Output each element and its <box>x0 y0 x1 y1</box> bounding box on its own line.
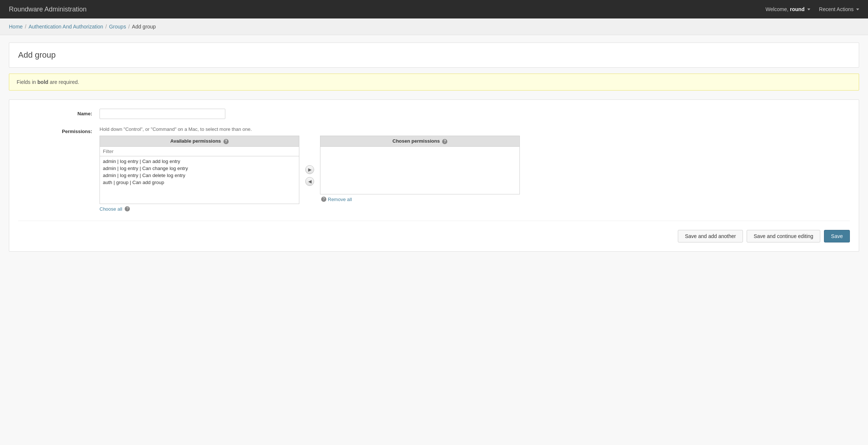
user-dropdown-icon <box>807 9 810 10</box>
remove-all-button[interactable]: ? Remove all <box>320 197 352 202</box>
info-prefix: Fields in <box>17 79 37 85</box>
remove-all-label: Remove all <box>328 197 352 202</box>
permissions-field: Hold down "Control", or "Command" on a M… <box>100 126 850 212</box>
username: round <box>790 6 805 12</box>
breadcrumb-auth[interactable]: Authentication And Authorization <box>28 24 103 30</box>
permissions-row: Permissions: Hold down "Control", or "Co… <box>18 126 850 212</box>
breadcrumb-sep-1: / <box>25 24 26 30</box>
available-permissions-box: Available permissions ? admin | log entr… <box>100 136 299 212</box>
chosen-help-icon[interactable]: ? <box>442 139 447 144</box>
save-continue-button[interactable]: Save and continue editing <box>747 230 820 242</box>
info-bold: bold <box>37 79 48 85</box>
breadcrumb-groups[interactable]: Groups <box>109 24 126 30</box>
available-permissions-header: Available permissions ? <box>100 136 299 146</box>
chosen-permissions-header: Chosen permissions ? <box>320 136 520 146</box>
bottom-actions: Save and add another Save and continue e… <box>18 221 850 242</box>
available-help-icon[interactable]: ? <box>223 139 229 144</box>
move-left-button[interactable]: ◀ <box>305 177 314 186</box>
recent-actions-menu[interactable]: Recent Actions <box>819 6 859 12</box>
recent-actions-label: Recent Actions <box>819 6 854 12</box>
available-permissions-list[interactable]: admin | log entry | Can add log entryadm… <box>100 156 299 204</box>
choose-all-button[interactable]: Choose all ? <box>100 206 130 212</box>
app-title: Roundware Administration <box>9 6 87 13</box>
remove-all-help-icon[interactable]: ? <box>321 197 326 202</box>
permissions-hint: Hold down "Control", or "Command" on a M… <box>100 126 850 132</box>
chosen-permissions-list[interactable] <box>320 146 520 194</box>
permissions-label: Permissions: <box>18 126 100 134</box>
list-item[interactable]: auth | group | Can add group <box>101 179 297 186</box>
available-header-text: Available permissions <box>170 138 221 144</box>
choose-all-help-icon[interactable]: ? <box>125 206 130 211</box>
list-item[interactable]: admin | log entry | Can change log entry <box>101 165 297 172</box>
breadcrumb-home[interactable]: Home <box>9 24 23 30</box>
user-prefix: Welcome, <box>766 6 788 12</box>
form-area: Name: Permissions: Hold down "Control", … <box>9 99 859 252</box>
breadcrumb-sep-3: / <box>128 24 130 30</box>
required-fields-info: Fields in bold are required. <box>9 74 859 91</box>
name-row: Name: <box>18 109 850 119</box>
permissions-filter-input[interactable] <box>100 146 299 156</box>
chosen-permissions-box: Chosen permissions ? ? Remove all <box>320 136 520 202</box>
main-content: Add group Fields in bold are required. N… <box>0 35 868 259</box>
list-item[interactable]: admin | log entry | Can add log entry <box>101 158 297 165</box>
chosen-header-text: Chosen permissions <box>393 138 440 144</box>
move-right-button[interactable]: ▶ <box>305 165 314 174</box>
recent-actions-dropdown-icon <box>856 9 859 10</box>
transfer-controls: ▶ ◀ <box>305 136 314 186</box>
choose-all-label: Choose all <box>100 206 122 212</box>
list-item[interactable]: admin | log entry | Can delete log entry <box>101 172 297 179</box>
page-title: Add group <box>18 50 850 60</box>
permissions-widgets: Available permissions ? admin | log entr… <box>100 136 850 212</box>
name-input[interactable] <box>100 109 225 119</box>
breadcrumb-current: Add group <box>132 24 156 30</box>
save-button[interactable]: Save <box>824 230 850 242</box>
info-suffix: are required. <box>48 79 79 85</box>
user-menu[interactable]: Welcome, round <box>766 6 810 12</box>
name-field <box>100 109 850 119</box>
app-header: Roundware Administration Welcome, round … <box>0 0 868 18</box>
page-header-card: Add group <box>9 43 859 68</box>
save-add-another-button[interactable]: Save and add another <box>678 230 743 242</box>
name-label: Name: <box>18 109 100 116</box>
breadcrumb-sep-2: / <box>105 24 107 30</box>
breadcrumb: Home / Authentication And Authorization … <box>0 18 868 35</box>
header-right: Welcome, round Recent Actions <box>766 6 859 12</box>
